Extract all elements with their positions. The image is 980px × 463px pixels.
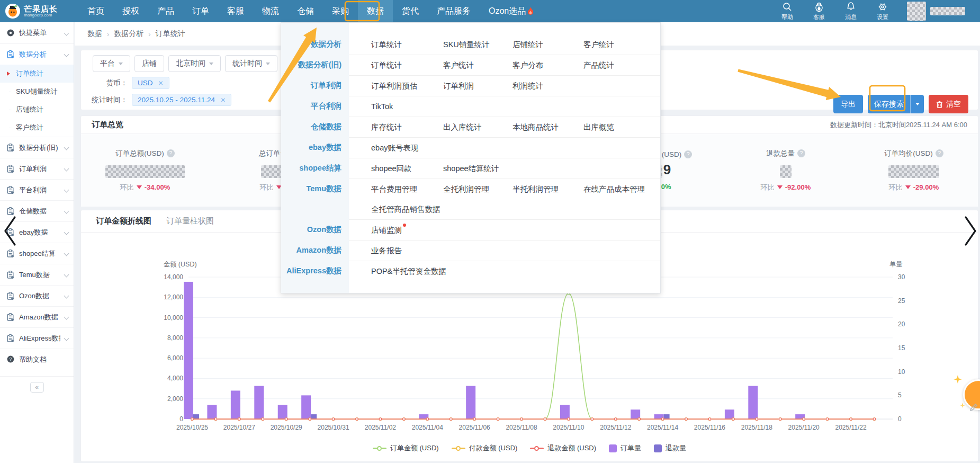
help-icon[interactable]: ? (936, 149, 943, 157)
page-prev-arrow[interactable] (1, 214, 19, 248)
nav-item-首页[interactable]: 首页 (78, 0, 113, 22)
trend-word: 环比 (260, 183, 274, 192)
legend-item-付款金额 (USD)[interactable]: 付款金额 (USD) (452, 443, 518, 453)
menu-item-出库概览[interactable]: 出库概览 (583, 122, 619, 132)
menu-item-平台费用管理[interactable]: 平台费用管理 (371, 184, 422, 194)
menu-item-SKU销量统计[interactable]: SKU销量统计 (443, 40, 495, 50)
menu-item-shopee结算统计[interactable]: shopee结算统计 (443, 164, 505, 174)
legend-item-订单量[interactable]: 订单量 (609, 443, 641, 453)
sidebar-item-Amazon数据[interactable]: Amazon数据 (0, 306, 74, 327)
menu-item-订单统计[interactable]: 订单统计 (371, 60, 407, 70)
chevron-down-icon (64, 209, 69, 214)
menu-item-店铺统计[interactable]: 店铺统计 (513, 40, 549, 50)
legend-item-退款量[interactable]: 退款量 (654, 443, 686, 453)
sidebar-subitem-订单统计[interactable]: 订单统计 (0, 65, 74, 83)
menu-item-在线产品成本管理[interactable]: 在线产品成本管理 (583, 184, 650, 194)
topbar-bell-button[interactable]: 消息 (836, 2, 866, 21)
menu-item-订单统计[interactable]: 订单统计 (371, 40, 407, 50)
app-logo[interactable]: 芒果店长 mangoerp.com (0, 4, 74, 19)
menu-category-shopee结算: shopee结算 (281, 158, 349, 179)
nav-item-授权[interactable]: 授权 (113, 0, 148, 22)
legend-item-订单金额 (USD)[interactable]: 订单金额 (USD) (373, 443, 439, 453)
help-icon[interactable]: ? (167, 149, 175, 157)
save-search-button[interactable]: 保存搜索 (868, 95, 910, 113)
legend-line-icon (530, 445, 544, 451)
breadcrumb-item[interactable]: 数据分析 (114, 29, 143, 39)
sidebar-item-AliExpress数据[interactable]: AliExpress数据 (0, 327, 74, 349)
menu-item-利润统计[interactable]: 利润统计 (513, 81, 549, 91)
sidebar-item-label: Temu数据 (19, 270, 50, 280)
help-doc-icon: ? (6, 355, 15, 364)
menu-item-TikTok[interactable]: TikTok (371, 102, 398, 111)
menu-item-客户统计[interactable]: 客户统计 (443, 60, 479, 70)
daterange-tag: 2025.10.25 - 2025.11.24 ✕ (132, 94, 231, 106)
menu-item-客户分布[interactable]: 客户分布 (513, 60, 549, 70)
sidebar-subitem-客户统计[interactable]: 客户统计 (0, 119, 74, 137)
nav-item-label: 客服 (227, 6, 244, 17)
sidebar-item-Temu数据[interactable]: Temu数据 (0, 264, 74, 285)
user-account-area[interactable] (907, 2, 965, 21)
chart-tab-订单量柱状图[interactable]: 订单量柱状图 (166, 216, 214, 226)
sidebar-item-平台利润[interactable]: 平台利润 (0, 179, 74, 200)
nav-item-物流[interactable]: 物流 (253, 0, 288, 22)
svg-text:2025/11/06: 2025/11/06 (459, 424, 490, 431)
nav-item-货代[interactable]: 货代 (393, 0, 428, 22)
sidebar-subsection: 订单统计SKU销量统计店铺统计客户统计 (0, 65, 74, 137)
filter-button-北京时间[interactable]: 北京时间 (168, 55, 221, 72)
menu-item-本地商品统计[interactable]: 本地商品统计 (513, 122, 564, 132)
menu-item-ebay账号表现[interactable]: ebay账号表现 (371, 143, 424, 153)
nav-item-订单[interactable]: 订单 (183, 0, 218, 22)
chart-tab-订单金额折线图[interactable]: 订单金额折线图 (96, 216, 151, 226)
menu-item-库存统计[interactable]: 库存统计 (371, 122, 407, 132)
nav-item-客服[interactable]: 客服 (218, 0, 253, 22)
export-button[interactable]: 导出 (833, 95, 863, 113)
menu-item-半托利润管理[interactable]: 半托利润管理 (513, 184, 564, 194)
nav-item-采购[interactable]: 采购 (323, 0, 358, 22)
sidebar-item-数据分析[interactable]: 数据分析 (0, 43, 74, 65)
nav-item-产品[interactable]: 产品 (148, 0, 183, 22)
menu-items-Ozon数据: 店铺监测 (349, 220, 660, 241)
sidebar-item-订单利润[interactable]: 订单利润 (0, 158, 74, 179)
currency-tag-close-icon[interactable]: ✕ (158, 79, 164, 87)
menu-category-订单利润: 订单利润 (281, 76, 349, 96)
topbar-gear-button[interactable]: 设置 (868, 2, 897, 21)
menu-item-出入库统计[interactable]: 出入库统计 (443, 122, 487, 132)
help-icon[interactable]: ? (797, 149, 805, 157)
help-icon[interactable]: ? (684, 150, 692, 158)
sidebar-collapse-button[interactable]: « (30, 382, 44, 393)
filter-button-统计时间[interactable]: 统计时间 (225, 55, 277, 72)
menu-item-POP&半托管资金数据[interactable]: POP&半托管资金数据 (371, 266, 452, 277)
page-next-arrow[interactable] (961, 214, 979, 248)
sidebar-item-快捷菜单[interactable]: 快捷菜单 (0, 22, 74, 43)
daterange-tag-close-icon[interactable]: ✕ (220, 96, 226, 104)
menu-item-订单利润预估[interactable]: 订单利润预估 (371, 81, 422, 91)
nav-item-数据[interactable]: 数据 (358, 0, 393, 22)
report-icon (6, 164, 15, 173)
legend-line-icon (452, 445, 465, 451)
menu-item-店铺监测[interactable]: 店铺监测 (371, 225, 407, 235)
sidebar-item-帮助文档[interactable]: ?帮助文档 (0, 349, 74, 370)
sidebar-subitem-SKU销量统计[interactable]: SKU销量统计 (0, 83, 74, 101)
menu-item-客户统计[interactable]: 客户统计 (583, 40, 619, 50)
topbar-support-button[interactable]: 客服 (804, 2, 834, 21)
legend-item-退款金额 (USD)[interactable]: 退款金额 (USD) (530, 443, 596, 453)
filter-button-店铺[interactable]: 店铺 (134, 55, 164, 72)
nav-item-产品服务[interactable]: 产品服务 (428, 0, 480, 22)
nav-item-Ozon选品[interactable]: Ozon选品 (480, 0, 543, 22)
sidebar-item-数据分析(旧)[interactable]: 数据分析(旧) (0, 137, 74, 158)
menu-item-业务报告[interactable]: 业务报告 (371, 246, 407, 256)
menu-item-产品统计[interactable]: 产品统计 (583, 60, 619, 70)
save-search-caret-icon[interactable] (910, 95, 924, 113)
sidebar-subitem-店铺统计[interactable]: 店铺统计 (0, 101, 74, 119)
pencil-icon[interactable] (969, 403, 978, 412)
topbar-search-button[interactable]: 帮助 (772, 2, 802, 21)
menu-item-shopee回款[interactable]: shopee回款 (371, 164, 417, 174)
clear-button[interactable]: 清空 (929, 95, 968, 113)
filter-button-平台[interactable]: 平台 (93, 55, 130, 72)
menu-item-全托管商品销售数据[interactable]: 全托管商品销售数据 (371, 204, 446, 215)
sidebar-item-Ozon数据[interactable]: Ozon数据 (0, 285, 74, 306)
breadcrumb-item[interactable]: 数据 (87, 29, 102, 39)
menu-item-全托利润管理[interactable]: 全托利润管理 (443, 184, 495, 194)
menu-item-订单利润[interactable]: 订单利润 (443, 81, 479, 91)
nav-item-仓储[interactable]: 仓储 (288, 0, 323, 22)
